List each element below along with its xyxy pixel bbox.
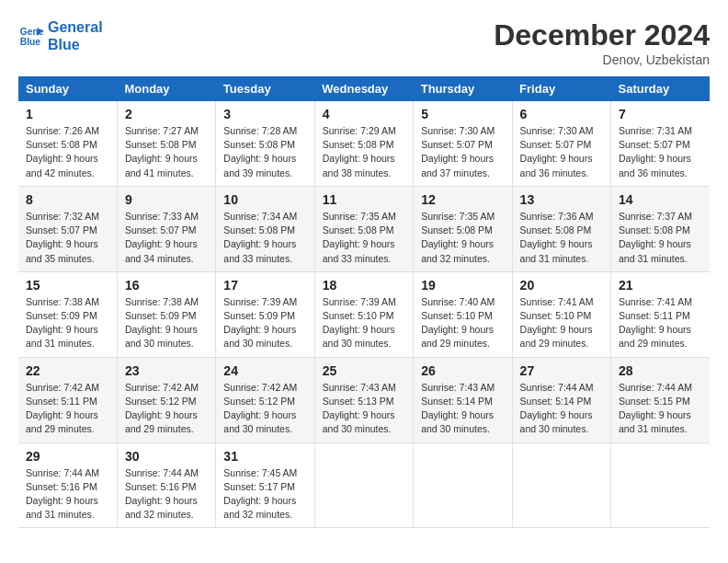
logo: General Blue General Blue [18, 18, 103, 53]
calendar-cell: 17 Sunrise: 7:39 AMSunset: 5:09 PMDaylig… [216, 271, 314, 357]
calendar-week-row: 8 Sunrise: 7:32 AMSunset: 5:07 PMDayligh… [18, 186, 710, 271]
day-info: Sunrise: 7:43 AMSunset: 5:14 PMDaylight:… [421, 381, 504, 437]
day-number: 12 [421, 192, 504, 207]
day-info: Sunrise: 7:36 AMSunset: 5:08 PMDaylight:… [520, 210, 603, 266]
day-number: 29 [26, 449, 109, 464]
calendar-table: SundayMondayTuesdayWednesdayThursdayFrid… [18, 76, 710, 528]
calendar-header-row: SundayMondayTuesdayWednesdayThursdayFrid… [18, 76, 710, 101]
day-header-friday: Friday [512, 76, 610, 101]
calendar-cell: 6 Sunrise: 7:30 AMSunset: 5:07 PMDayligh… [512, 101, 610, 186]
calendar-cell: 12 Sunrise: 7:35 AMSunset: 5:08 PMDaylig… [414, 186, 512, 271]
day-info: Sunrise: 7:35 AMSunset: 5:08 PMDaylight:… [421, 210, 504, 266]
calendar-week-row: 29 Sunrise: 7:44 AMSunset: 5:16 PMDaylig… [18, 442, 710, 528]
day-info: Sunrise: 7:41 AMSunset: 5:11 PMDaylight:… [619, 295, 702, 351]
calendar-cell: 1 Sunrise: 7:26 AMSunset: 5:08 PMDayligh… [18, 101, 117, 186]
calendar-cell: 20 Sunrise: 7:41 AMSunset: 5:10 PMDaylig… [512, 271, 610, 357]
day-number: 20 [520, 278, 603, 293]
day-info: Sunrise: 7:32 AMSunset: 5:07 PMDaylight:… [26, 210, 109, 266]
calendar-cell [512, 442, 610, 528]
day-number: 24 [223, 363, 306, 378]
day-number: 4 [323, 107, 405, 121]
day-info: Sunrise: 7:42 AMSunset: 5:11 PMDaylight:… [26, 381, 109, 437]
day-number: 10 [223, 192, 306, 207]
day-number: 21 [619, 278, 702, 293]
day-header-monday: Monday [117, 76, 215, 101]
day-info: Sunrise: 7:30 AMSunset: 5:07 PMDaylight:… [421, 124, 504, 180]
logo-icon: General Blue [18, 23, 44, 49]
calendar-cell: 18 Sunrise: 7:39 AMSunset: 5:10 PMDaylig… [314, 271, 413, 357]
day-header-wednesday: Wednesday [314, 76, 413, 101]
day-number: 25 [323, 363, 405, 378]
day-info: Sunrise: 7:38 AMSunset: 5:09 PMDaylight:… [26, 295, 109, 351]
day-header-sunday: Sunday [18, 76, 117, 101]
calendar-cell [314, 442, 413, 528]
day-info: Sunrise: 7:44 AMSunset: 5:15 PMDaylight:… [619, 381, 702, 437]
day-number: 14 [619, 192, 702, 207]
day-header-saturday: Saturday [611, 76, 710, 101]
day-info: Sunrise: 7:41 AMSunset: 5:10 PMDaylight:… [520, 295, 603, 351]
day-number: 15 [26, 278, 109, 293]
day-info: Sunrise: 7:33 AMSunset: 5:07 PMDaylight:… [125, 210, 208, 266]
calendar-cell: 2 Sunrise: 7:27 AMSunset: 5:08 PMDayligh… [117, 101, 215, 186]
day-number: 5 [421, 107, 504, 121]
day-number: 28 [619, 363, 702, 378]
day-info: Sunrise: 7:42 AMSunset: 5:12 PMDaylight:… [125, 381, 208, 437]
calendar-cell: 21 Sunrise: 7:41 AMSunset: 5:11 PMDaylig… [611, 271, 710, 357]
day-info: Sunrise: 7:43 AMSunset: 5:13 PMDaylight:… [323, 381, 405, 437]
day-number: 1 [26, 107, 109, 121]
calendar-cell: 10 Sunrise: 7:34 AMSunset: 5:08 PMDaylig… [216, 186, 314, 271]
day-number: 22 [26, 363, 109, 378]
calendar-cell: 13 Sunrise: 7:36 AMSunset: 5:08 PMDaylig… [512, 186, 610, 271]
day-info: Sunrise: 7:31 AMSunset: 5:07 PMDaylight:… [619, 124, 702, 180]
day-number: 8 [26, 192, 109, 207]
calendar-cell: 26 Sunrise: 7:43 AMSunset: 5:14 PMDaylig… [414, 357, 512, 442]
day-number: 2 [125, 107, 208, 121]
page-header: General Blue General Blue December 2024 … [18, 18, 710, 67]
day-number: 11 [323, 192, 405, 207]
calendar-cell: 22 Sunrise: 7:42 AMSunset: 5:11 PMDaylig… [18, 357, 117, 442]
calendar-week-row: 22 Sunrise: 7:42 AMSunset: 5:11 PMDaylig… [18, 357, 710, 442]
calendar-cell: 15 Sunrise: 7:38 AMSunset: 5:09 PMDaylig… [18, 271, 117, 357]
day-info: Sunrise: 7:42 AMSunset: 5:12 PMDaylight:… [223, 381, 306, 437]
calendar-cell: 9 Sunrise: 7:33 AMSunset: 5:07 PMDayligh… [117, 186, 215, 271]
logo-line2: Blue [48, 36, 103, 53]
day-number: 16 [125, 278, 208, 293]
day-number: 19 [421, 278, 504, 293]
day-number: 6 [520, 107, 603, 121]
calendar-cell: 7 Sunrise: 7:31 AMSunset: 5:07 PMDayligh… [611, 101, 710, 186]
calendar-cell: 28 Sunrise: 7:44 AMSunset: 5:15 PMDaylig… [611, 357, 710, 442]
calendar-cell: 30 Sunrise: 7:44 AMSunset: 5:16 PMDaylig… [117, 442, 215, 528]
day-number: 23 [125, 363, 208, 378]
calendar-cell: 5 Sunrise: 7:30 AMSunset: 5:07 PMDayligh… [414, 101, 512, 186]
day-info: Sunrise: 7:34 AMSunset: 5:08 PMDaylight:… [223, 210, 306, 266]
svg-text:Blue: Blue [20, 37, 41, 47]
day-info: Sunrise: 7:35 AMSunset: 5:08 PMDaylight:… [323, 210, 405, 266]
logo-line1: General [48, 18, 103, 36]
day-number: 26 [421, 363, 504, 378]
calendar-cell: 14 Sunrise: 7:37 AMSunset: 5:08 PMDaylig… [611, 186, 710, 271]
day-number: 31 [223, 449, 306, 464]
day-info: Sunrise: 7:44 AMSunset: 5:16 PMDaylight:… [26, 466, 109, 523]
day-info: Sunrise: 7:39 AMSunset: 5:09 PMDaylight:… [223, 295, 306, 351]
day-info: Sunrise: 7:26 AMSunset: 5:08 PMDaylight:… [26, 124, 109, 180]
day-number: 7 [619, 107, 702, 121]
day-info: Sunrise: 7:28 AMSunset: 5:08 PMDaylight:… [223, 124, 306, 180]
calendar-week-row: 1 Sunrise: 7:26 AMSunset: 5:08 PMDayligh… [18, 101, 710, 186]
day-info: Sunrise: 7:27 AMSunset: 5:08 PMDaylight:… [125, 124, 208, 180]
calendar-cell: 25 Sunrise: 7:43 AMSunset: 5:13 PMDaylig… [314, 357, 413, 442]
day-info: Sunrise: 7:40 AMSunset: 5:10 PMDaylight:… [421, 295, 504, 351]
day-info: Sunrise: 7:45 AMSunset: 5:17 PMDaylight:… [223, 466, 306, 523]
calendar-cell: 16 Sunrise: 7:38 AMSunset: 5:09 PMDaylig… [117, 271, 215, 357]
calendar-cell [414, 442, 512, 528]
day-info: Sunrise: 7:29 AMSunset: 5:08 PMDaylight:… [323, 124, 405, 180]
calendar-cell: 11 Sunrise: 7:35 AMSunset: 5:08 PMDaylig… [314, 186, 413, 271]
day-number: 27 [520, 363, 603, 378]
calendar-cell: 24 Sunrise: 7:42 AMSunset: 5:12 PMDaylig… [216, 357, 314, 442]
day-header-tuesday: Tuesday [216, 76, 314, 101]
day-number: 17 [223, 278, 306, 293]
day-info: Sunrise: 7:30 AMSunset: 5:07 PMDaylight:… [520, 124, 603, 180]
calendar-cell: 4 Sunrise: 7:29 AMSunset: 5:08 PMDayligh… [314, 101, 413, 186]
calendar-cell: 27 Sunrise: 7:44 AMSunset: 5:14 PMDaylig… [512, 357, 610, 442]
day-info: Sunrise: 7:44 AMSunset: 5:16 PMDaylight:… [125, 466, 208, 523]
month-title: December 2024 [494, 18, 710, 52]
